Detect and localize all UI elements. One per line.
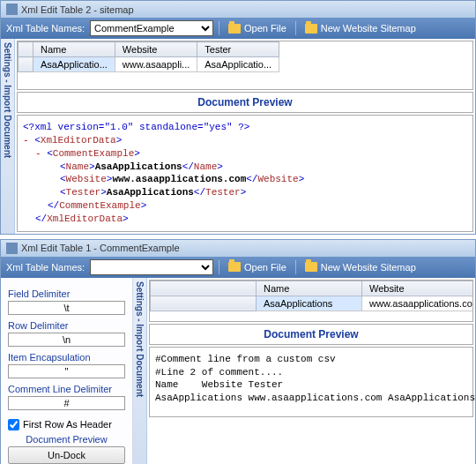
- open-file-button[interactable]: Open File: [225, 261, 290, 273]
- comment-line-delimiter-input[interactable]: [8, 396, 125, 410]
- cell[interactable]: www.asaappli...: [115, 57, 197, 72]
- row-delimiter-label: Row Delimiter: [8, 320, 125, 331]
- row-header-corner: [19, 42, 33, 57]
- document-preview-header: Document Preview: [17, 92, 473, 113]
- undock-button[interactable]: Un-Dock: [8, 446, 125, 464]
- titlebar[interactable]: Xml Edit Table 2 - sitemap: [1, 1, 475, 18]
- cell[interactable]: AsaApplicatio...: [33, 57, 115, 72]
- document-preview-header: Document Preview: [149, 324, 473, 345]
- folder-icon: [305, 24, 317, 34]
- field-delimiter-input[interactable]: [8, 301, 125, 315]
- settings-side-tab[interactable]: Settings - Import Document: [1, 39, 15, 234]
- table-names-select[interactable]: CommentExample: [90, 20, 213, 36]
- table-names-select[interactable]: [90, 259, 213, 275]
- table-names-label: Xml Table Names:: [6, 23, 85, 34]
- separator: [219, 260, 219, 274]
- toolbar: Xml Table Names: CommentExample Open Fil…: [1, 18, 475, 39]
- data-grid[interactable]: Name Website Tester AsaApplicatio... www…: [17, 41, 473, 90]
- xml-declaration: <?xml version="1.0" standalone="yes" ?>: [23, 122, 249, 132]
- first-row-header-checkbox[interactable]: [8, 419, 19, 430]
- col-website[interactable]: Website: [362, 281, 474, 296]
- separator: [295, 260, 296, 274]
- new-sitemap-button[interactable]: New Website Sitemap: [301, 22, 420, 34]
- window-title: Xml Edit Table 2 - sitemap: [21, 4, 134, 15]
- settings-panel: Field Delimiter Row Delimiter Item Encap…: [1, 278, 133, 464]
- row-delimiter-input[interactable]: [8, 333, 125, 347]
- table-row[interactable]: AsaApplications www.asaapplications.com …: [151, 296, 474, 311]
- cell[interactable]: AsaApplications: [257, 296, 362, 311]
- window-title: Xml Edit Table 1 - CommentExample: [21, 243, 180, 253]
- table-names-label: Xml Table Names:: [6, 262, 85, 273]
- app-icon: [6, 4, 18, 15]
- col-tester[interactable]: Tester: [197, 42, 279, 57]
- csv-preview[interactable]: #Comment line from a custom csv #Line 2 …: [149, 347, 473, 417]
- item-encapsulation-label: Item Encapsulation: [8, 352, 125, 363]
- cell[interactable]: AsaApplicatio...: [197, 57, 279, 72]
- window-xml-edit-1: Xml Edit Table 1 - CommentExample Xml Ta…: [0, 239, 476, 464]
- xml-preview[interactable]: <?xml version="1.0" standalone="yes" ?> …: [17, 115, 473, 232]
- row-header-corner: [151, 281, 257, 296]
- table-row[interactable]: AsaApplicatio... www.asaappli... AsaAppl…: [19, 57, 279, 72]
- field-delimiter-label: Field Delimiter: [8, 288, 125, 299]
- data-grid[interactable]: Name Website Tester AsaApplications www.…: [149, 280, 473, 322]
- separator: [295, 21, 296, 35]
- settings-side-tab[interactable]: Settings - Import Document: [133, 278, 147, 464]
- window-xml-edit-2: Xml Edit Table 2 - sitemap Xml Table Nam…: [0, 0, 476, 235]
- toolbar: Xml Table Names: Open File New Website S…: [1, 257, 475, 278]
- row-header[interactable]: [19, 57, 33, 72]
- first-row-header-label: First Row As Header: [23, 419, 112, 430]
- app-icon: [6, 243, 18, 254]
- folder-icon: [228, 24, 241, 34]
- item-encapsulation-input[interactable]: [8, 364, 125, 378]
- folder-icon: [305, 262, 317, 272]
- comment-line-delimiter-label: Comment Line Delimiter: [8, 384, 125, 394]
- row-header[interactable]: [151, 296, 257, 311]
- folder-icon: [228, 262, 241, 272]
- cell[interactable]: www.asaapplications.com: [362, 296, 474, 311]
- col-website[interactable]: Website: [115, 42, 197, 57]
- col-name[interactable]: Name: [257, 281, 362, 296]
- new-sitemap-button[interactable]: New Website Sitemap: [301, 261, 420, 273]
- open-file-button[interactable]: Open File: [225, 22, 290, 34]
- separator: [219, 21, 219, 35]
- titlebar[interactable]: Xml Edit Table 1 - CommentExample: [1, 240, 475, 257]
- doc-preview-label: Document Preview: [8, 434, 125, 445]
- col-name[interactable]: Name: [33, 42, 115, 57]
